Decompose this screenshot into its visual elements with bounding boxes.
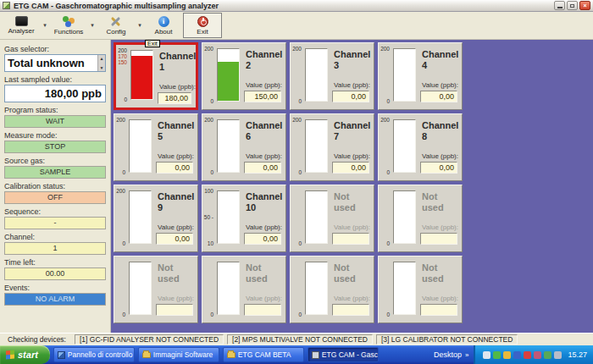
channel-panel-2[interactable]: 2000Channel2Value (ppb):150,00 bbox=[202, 42, 286, 110]
functions-button[interactable]: Functions bbox=[49, 13, 88, 38]
channel-panel-unused[interactable]: 0NotusedValue (ppb): bbox=[290, 256, 374, 323]
channel-panel-3[interactable]: 2000Channel3Value (ppb):0,00 bbox=[290, 42, 374, 110]
value-readout bbox=[332, 304, 369, 316]
channel-panel-10[interactable]: 10050 -10Channel10Value (ppb):0,00 bbox=[202, 185, 286, 252]
taskbar-item-control-panel[interactable]: Pannello di controllo bbox=[53, 347, 135, 362]
gauge-scale: 0 bbox=[380, 188, 391, 246]
source-gas-value: SAMPLE bbox=[4, 166, 106, 179]
tray-icon-2[interactable] bbox=[493, 351, 501, 359]
level-gauge-bar bbox=[305, 262, 328, 315]
value-unit-label: Value (ppb): bbox=[158, 223, 194, 231]
gauge-scale: 2000 bbox=[115, 188, 127, 246]
tray-icon-6[interactable] bbox=[534, 351, 541, 359]
channel-panel-6[interactable]: 2000Channel6Value (ppb):0,00 bbox=[202, 113, 286, 181]
tray-icon-1[interactable] bbox=[483, 351, 490, 359]
functions-balls-icon bbox=[62, 16, 75, 27]
statusbar: Checking devices: [1] GC-FID ANALYSER NO… bbox=[0, 333, 593, 345]
channel-title: Channel9 bbox=[158, 191, 194, 212]
value-readout bbox=[156, 304, 193, 316]
taskbar-clock: 15.27 bbox=[568, 350, 587, 359]
control-panel-icon bbox=[58, 351, 65, 359]
level-gauge-bar bbox=[393, 190, 416, 244]
channel-panel-unused[interactable]: 0NotusedValue (ppb): bbox=[114, 256, 198, 323]
calibration-status-value: OFF bbox=[4, 191, 106, 204]
start-button[interactable]: start bbox=[0, 345, 50, 364]
value-unit-label: Value (ppb): bbox=[334, 295, 370, 302]
channel-panel-unused[interactable]: 0NotusedValue (ppb): bbox=[378, 185, 463, 252]
value-unit-label: Value (ppb): bbox=[246, 295, 282, 302]
exit-tooltip: Exit bbox=[145, 40, 160, 47]
level-gauge-bar bbox=[305, 119, 328, 173]
functions-dropdown-arrow[interactable]: ▾ bbox=[88, 13, 97, 38]
channel-panel-5[interactable]: 2000Channel5Value (ppb):0,00 bbox=[114, 113, 198, 181]
restore-button[interactable] bbox=[567, 1, 578, 10]
config-dropdown-arrow[interactable]: ▾ bbox=[136, 13, 144, 38]
events-label: Events: bbox=[4, 284, 106, 292]
level-gauge-bar bbox=[305, 48, 328, 102]
value-readout: 0,00 bbox=[156, 162, 193, 174]
toolbar: Analyser ▾ Functions ▾ Config ▾ i About … bbox=[0, 12, 593, 40]
value-unit-label: Value (ppb): bbox=[334, 152, 370, 160]
value-unit-label: Value (ppb): bbox=[422, 81, 458, 89]
desktop-toolbar[interactable]: Desktop » bbox=[429, 350, 474, 359]
channel-title: Channel10 bbox=[246, 191, 282, 212]
channel-title: Channel5 bbox=[158, 120, 194, 141]
checking-devices-label: Checking devices: bbox=[3, 334, 71, 345]
channel-panel-unused[interactable]: 0NotusedValue (ppb): bbox=[290, 185, 374, 252]
channel-panel-1[interactable]: 2001701500Channel1Value (ppb):180,00Exit bbox=[114, 42, 198, 110]
sidebar: Gas selector: Total unknown ▲▼ Last samp… bbox=[0, 40, 111, 333]
analyser-button[interactable]: Analyser bbox=[2, 13, 41, 38]
level-gauge-bar bbox=[217, 48, 240, 102]
time-left-value: 00.00 bbox=[4, 267, 106, 280]
gauge-scale: 2001701500 bbox=[117, 47, 129, 102]
minimize-button[interactable] bbox=[554, 1, 565, 10]
gas-selector-value: Total unknown bbox=[5, 57, 97, 69]
combobox-scrollbar[interactable]: ▲▼ bbox=[97, 55, 105, 71]
desktop-label: Desktop bbox=[434, 350, 462, 359]
taskbar-item-etg-cam-beta[interactable]: ETG CAM BETA bbox=[223, 347, 304, 362]
gauge-scale: 2000 bbox=[203, 46, 215, 104]
program-status-label: Program status: bbox=[4, 106, 106, 114]
taskbar-item-immagini-software[interactable]: Immagini Software bbox=[138, 347, 219, 362]
taskbar-item-etg-cam-active[interactable]: ETG CAM - Gaschrom... bbox=[308, 347, 379, 362]
value-readout: 0,00 bbox=[332, 91, 369, 102]
value-unit-label: Value (ppb): bbox=[158, 295, 194, 302]
level-gauge-bar bbox=[305, 190, 328, 244]
exit-button[interactable]: Exit bbox=[183, 13, 222, 38]
channel-panel-8[interactable]: 2000Channel8Value (ppb):0,00 bbox=[378, 113, 463, 181]
close-button[interactable]: × bbox=[579, 1, 590, 10]
channel-title: Notused bbox=[158, 262, 180, 284]
source-gas-label: Source gas: bbox=[4, 157, 106, 165]
sequence-value: - bbox=[4, 217, 106, 229]
tray-icon-4[interactable] bbox=[513, 351, 521, 359]
tray-icon-7[interactable] bbox=[544, 351, 551, 359]
value-readout bbox=[332, 233, 369, 245]
value-readout: 0,00 bbox=[420, 91, 457, 102]
channel-label: Channel: bbox=[4, 233, 106, 241]
tray-icon-5[interactable] bbox=[524, 351, 531, 359]
chevron-icon[interactable]: » bbox=[465, 351, 468, 359]
value-readout: 0,00 bbox=[244, 233, 281, 245]
program-status-value: WAIT bbox=[4, 115, 106, 128]
power-icon bbox=[197, 16, 208, 27]
channel-panel-unused[interactable]: 0NotusedValue (ppb): bbox=[378, 256, 463, 323]
channel-panel-9[interactable]: 2000Channel9Value (ppb):0,00 bbox=[114, 185, 198, 252]
content-area: Gas selector: Total unknown ▲▼ Last samp… bbox=[0, 40, 593, 333]
main-area: 2001701500Channel1Value (ppb):180,00Exit… bbox=[111, 40, 593, 333]
channel-panel-unused[interactable]: 0NotusedValue (ppb): bbox=[202, 256, 286, 323]
sequence-label: Sequence: bbox=[4, 207, 106, 216]
value-readout bbox=[420, 304, 457, 316]
analyser-dropdown-arrow[interactable]: ▾ bbox=[41, 13, 49, 38]
value-readout: 180,00 bbox=[158, 92, 191, 104]
channel-panel-4[interactable]: 2000Channel4Value (ppb):0,00 bbox=[378, 42, 463, 110]
about-button[interactable]: i About bbox=[144, 13, 183, 38]
device-status-1: [1] GC-FID ANALYSER NOT CONNECTED bbox=[75, 334, 224, 345]
gauge-scale: 2000 bbox=[203, 117, 215, 175]
channel-panel-7[interactable]: 2000Channel7Value (ppb):0,00 bbox=[290, 113, 374, 181]
folder-icon bbox=[227, 352, 236, 358]
config-button[interactable]: Config bbox=[97, 13, 136, 38]
tray-icon-8[interactable] bbox=[554, 351, 562, 359]
tray-icon-3[interactable] bbox=[503, 351, 511, 359]
gauge-scale: 0 bbox=[291, 259, 303, 317]
gas-selector-combobox[interactable]: Total unknown ▲▼ bbox=[4, 54, 106, 72]
